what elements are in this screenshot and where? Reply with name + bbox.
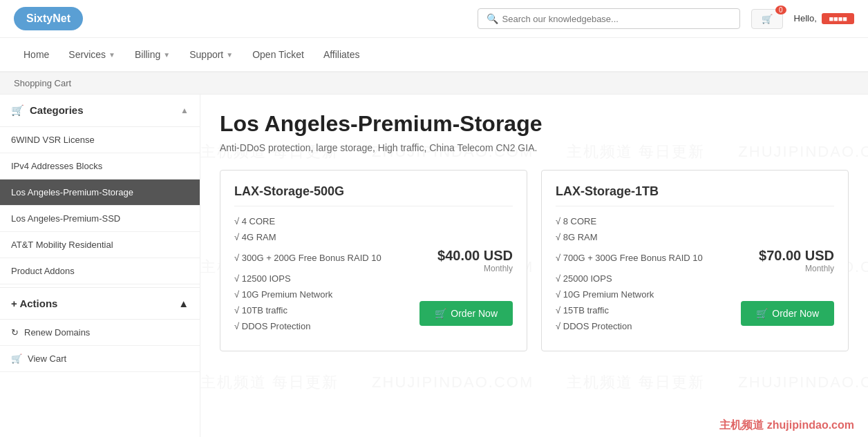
search-input[interactable] — [502, 14, 731, 24]
cart-button[interactable]: 🛒 0 — [751, 9, 783, 29]
feature-1tb-2: √ 700G + 300G Free Bonus RAID 10 — [556, 253, 703, 263]
feature-1tb-5: √ 15TB traffic — [556, 305, 654, 315]
feature-500g-5: √ 10TB traffic — [234, 305, 332, 315]
plan-period-1tb: Monthly — [759, 264, 834, 273]
view-cart-icon: 🛒 — [11, 353, 22, 364]
plan-period-500g: Monthly — [437, 264, 513, 273]
plan-price-1tb: $70.00 USD — [759, 248, 834, 264]
plans-row: LAX-Storage-500G √ 4 CORE √ 4G RAM √ 300… — [220, 170, 849, 351]
nav-support[interactable]: Support ▼ — [180, 38, 243, 71]
cart-btn-icon-500g: 🛒 — [435, 308, 446, 319]
bottom-watermark: 主机频道 zhujipindao.com — [719, 418, 854, 433]
feature-500g-6: √ DDOS Protection — [234, 321, 332, 331]
page-subtitle: Anti-DDoS protection, large storage, Hig… — [220, 142, 849, 153]
feature-500g-1: √ 4G RAM — [234, 232, 513, 242]
cart-btn-icon-1tb: 🛒 — [756, 308, 768, 319]
feature-1tb-3: √ 25000 IOPS — [556, 273, 834, 284]
search-icon: 🔍 — [487, 13, 498, 24]
header: SixtyNet 🔍 🛒 0 Hello, ■■■■ — [0, 0, 868, 38]
nav-affiliates[interactable]: Affiliates — [314, 38, 370, 71]
nav: Home Services ▼ Billing ▼ Support ▼ Open… — [0, 38, 868, 72]
order-btn-500g[interactable]: 🛒 Order Now — [419, 301, 513, 326]
services-arrow: ▼ — [108, 51, 115, 59]
actions-header[interactable]: + Actions ▲ — [0, 287, 200, 320]
page-title: Los Angeles-Premium-Storage — [220, 111, 849, 137]
renew-domains-item[interactable]: ↻ Renew Domains — [0, 320, 200, 346]
plan-card-500g: LAX-Storage-500G √ 4 CORE √ 4G RAM √ 300… — [220, 170, 527, 351]
plan-name-1tb: LAX-Storage-1TB — [556, 184, 834, 206]
order-btn-1tb[interactable]: 🛒 Order Now — [741, 301, 834, 326]
plan-price-500g: $40.00 USD — [437, 248, 513, 264]
renew-icon: ↻ — [11, 327, 19, 338]
feature-500g-3: √ 12500 IOPS — [234, 273, 513, 284]
sidebar-item-la-storage[interactable]: Los Angeles-Premium-Storage — [0, 179, 200, 206]
billing-arrow: ▼ — [163, 51, 170, 59]
categories-chevron: ▲ — [180, 106, 189, 115]
plus-icon: + — [11, 298, 17, 309]
sidebar-item-product-addons[interactable]: Product Addons — [0, 258, 200, 284]
plan-card-1tb: LAX-Storage-1TB √ 8 CORE √ 8G RAM √ 700G… — [541, 170, 849, 351]
sidebar-item-la-ssd[interactable]: Los Angeles-Premium-SSD — [0, 206, 200, 232]
categories-header[interactable]: 🛒Categories ▲ — [0, 95, 200, 127]
sidebar: 🛒Categories ▲ 6WIND VSR License IPv4 Add… — [0, 95, 200, 437]
feature-1tb-4: √ 10G Premium Network — [556, 289, 654, 300]
feature-1tb-0: √ 8 CORE — [556, 216, 834, 226]
plan-name-500g: LAX-Storage-500G — [234, 184, 513, 206]
breadcrumb: Shopping Cart — [0, 72, 868, 95]
sidebar-item-ipv4[interactable]: IPv4 Addresses Blocks — [0, 153, 200, 179]
search-bar[interactable]: 🔍 — [478, 8, 740, 29]
cart-icon: 🛒 — [11, 104, 24, 116]
sidebar-item-att[interactable]: AT&T Mobility Residential — [0, 232, 200, 258]
cart-badge: 0 — [775, 6, 786, 14]
feature-500g-2: √ 300G + 200G Free Bonus RAID 10 — [234, 253, 381, 263]
content-area: 主机频道 每日更新 ZHUJIPINDAO.COM 主机频道 每日更新 ZHUJ… — [200, 95, 868, 437]
user-name-redacted: ■■■■ — [822, 13, 854, 24]
nav-home[interactable]: Home — [14, 38, 59, 71]
nav-open-ticket[interactable]: Open Ticket — [243, 38, 314, 71]
feature-500g-4: √ 10G Premium Network — [234, 289, 332, 300]
support-arrow: ▼ — [226, 51, 233, 59]
feature-1tb-1: √ 8G RAM — [556, 232, 834, 242]
view-cart-item[interactable]: 🛒 View Cart — [0, 346, 200, 372]
content-inner: Los Angeles-Premium-Storage Anti-DDoS pr… — [220, 111, 849, 351]
actions-chevron: ▲ — [178, 298, 189, 309]
user-hello: Hello, ■■■■ — [794, 13, 854, 24]
nav-services[interactable]: Services ▼ — [59, 38, 125, 71]
nav-billing[interactable]: Billing ▼ — [125, 38, 180, 71]
main-layout: 🛒Categories ▲ 6WIND VSR License IPv4 Add… — [0, 95, 868, 437]
sidebar-item-6wind[interactable]: 6WIND VSR License — [0, 127, 200, 153]
logo[interactable]: SixtyNet — [14, 7, 83, 30]
feature-1tb-6: √ DDOS Protection — [556, 321, 654, 331]
feature-500g-0: √ 4 CORE — [234, 216, 513, 226]
